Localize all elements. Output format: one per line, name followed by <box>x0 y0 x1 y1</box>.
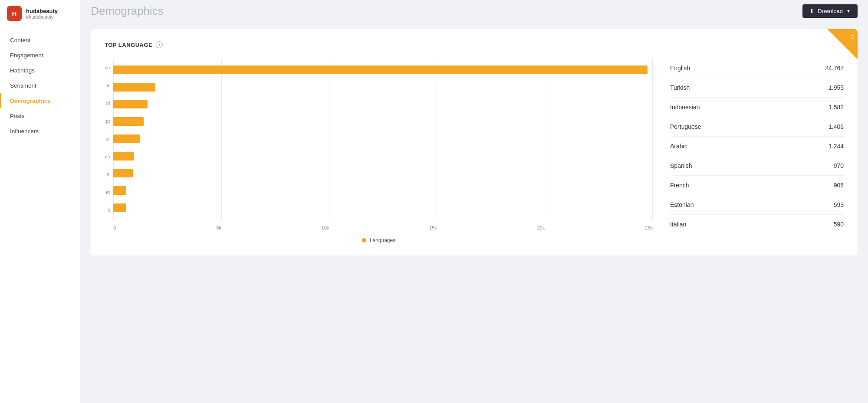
stat-language: Indonesian <box>670 104 700 111</box>
bar-row-id <box>113 98 653 110</box>
stat-row: Indonesian1.582 <box>670 98 844 117</box>
bar-chart: entridptaresfretit 05k10k15 <box>105 59 653 243</box>
y-label-et: et <box>105 190 110 195</box>
stat-language: Estonian <box>670 201 694 208</box>
stat-language: French <box>670 182 689 189</box>
chart-inner: entridptaresfretit 05k10k15 <box>105 59 653 232</box>
x-label-1: 5k <box>216 225 221 230</box>
sidebar-item-influencers[interactable]: Influencers <box>0 124 80 139</box>
sidebar-item-demographics[interactable]: Demographics <box>0 93 80 108</box>
stat-row: French906 <box>670 176 844 195</box>
bars-area: 05k10k15k20k25k <box>113 59 653 232</box>
y-axis: entridptaresfretit <box>105 59 113 232</box>
chevron-down-icon: ▼ <box>846 9 851 13</box>
main-content: Demographics ⬇ Download ▼ ⌕ TOP LANGUAGE… <box>80 0 868 403</box>
bar-pt <box>113 117 144 126</box>
topbar: Demographics ⬇ Download ▼ <box>80 0 868 22</box>
legend-dot <box>362 238 366 242</box>
page-title: Demographics <box>91 4 164 18</box>
stat-row: Portuguese1.406 <box>670 117 844 137</box>
search-icon: ⌕ <box>850 32 855 41</box>
download-label: Download <box>818 8 843 14</box>
bar-en <box>113 66 648 74</box>
bar-it <box>113 203 126 212</box>
stat-row: English24.767 <box>670 59 844 78</box>
y-label-id: id <box>105 101 110 106</box>
x-axis: 05k10k15k20k25k <box>113 219 653 232</box>
bar-et <box>113 186 126 195</box>
stat-row: Spanish970 <box>670 156 844 176</box>
stat-language: Spanish <box>670 162 692 169</box>
y-label-es: es <box>105 154 110 159</box>
x-label-5: 25k <box>645 225 653 230</box>
x-label-0: 0 <box>113 225 116 230</box>
chart-container: entridptaresfretit 05k10k15 <box>105 59 844 243</box>
stat-value: 1.582 <box>829 104 844 111</box>
sidebar-item-hashtags[interactable]: Hashtags <box>0 63 80 78</box>
stat-row: Turkish1.955 <box>670 78 844 98</box>
stat-language: Portuguese <box>670 123 701 130</box>
bars-wrapper <box>113 59 653 219</box>
stat-row: Estonian593 <box>670 195 844 215</box>
bar-row-ar <box>113 133 653 145</box>
y-label-ar: ar <box>105 136 110 141</box>
navigation: ContentEngagementHashtagsSentimentDemogr… <box>0 27 80 403</box>
brand-handle: #hudabeauty <box>26 14 58 20</box>
stat-language: English <box>670 65 690 72</box>
y-label-en: en <box>105 65 110 70</box>
stat-value: 1.244 <box>829 143 844 150</box>
content-area: ⌕ TOP LANGUAGE i entridptaresfretit <box>80 22 868 403</box>
y-label-it: it <box>105 207 110 213</box>
brand-name: hudabeauty <box>26 8 58 14</box>
x-label-3: 15k <box>429 225 437 230</box>
sidebar-item-content[interactable]: Content <box>0 33 80 48</box>
bar-row-pt <box>113 115 653 128</box>
bar-row-it <box>113 202 653 214</box>
top-language-card: ⌕ TOP LANGUAGE i entridptaresfretit <box>91 29 858 256</box>
stat-row: Arabic1.244 <box>670 137 844 156</box>
x-label-4: 20k <box>537 225 545 230</box>
bar-fr <box>113 169 133 177</box>
bar-row-et <box>113 184 653 197</box>
bar-row-tr <box>113 81 653 93</box>
stat-language: Italian <box>670 221 686 228</box>
bar-ar <box>113 134 140 143</box>
brand-header: H hudabeauty #hudabeauty <box>0 0 80 27</box>
bar-id <box>113 100 148 108</box>
y-label-pt: pt <box>105 118 110 124</box>
stat-value: 24.767 <box>825 65 844 72</box>
bar-chart-area: entridptaresfretit 05k10k15 <box>105 59 653 243</box>
bar-es <box>113 152 134 161</box>
stat-value: 970 <box>834 162 844 169</box>
bar-row-en <box>113 64 653 76</box>
stat-language: Arabic <box>670 143 687 150</box>
stat-value: 906 <box>834 182 844 189</box>
x-label-2: 10k <box>322 225 329 230</box>
brand-info: hudabeauty #hudabeauty <box>26 8 58 20</box>
info-icon[interactable]: i <box>156 41 163 48</box>
chart-legend: Languages <box>105 237 653 243</box>
bar-row-es <box>113 150 653 162</box>
stat-value: 1.955 <box>829 84 844 91</box>
sidebar: H hudabeauty #hudabeauty ContentEngageme… <box>0 0 80 403</box>
legend-label: Languages <box>370 237 395 243</box>
stat-language: Turkish <box>670 84 690 91</box>
section-title-text: TOP LANGUAGE <box>105 42 152 48</box>
stats-panel: English24.767Turkish1.955Indonesian1.582… <box>670 59 844 243</box>
stat-value: 593 <box>834 201 844 208</box>
sidebar-item-engagement[interactable]: Engagement <box>0 48 80 63</box>
stat-value: 1.406 <box>829 123 844 130</box>
sidebar-item-posts[interactable]: Posts <box>0 108 80 124</box>
stat-row: Italian590 <box>670 215 844 234</box>
sidebar-item-sentiment[interactable]: Sentiment <box>0 78 80 93</box>
brand-avatar: H <box>7 6 22 21</box>
stat-value: 590 <box>834 221 844 228</box>
bar-tr <box>113 83 155 92</box>
bar-row-fr <box>113 167 653 179</box>
y-label-fr: fr <box>105 172 110 177</box>
y-label-tr: tr <box>105 83 110 88</box>
download-icon: ⬇ <box>809 8 814 14</box>
section-title: TOP LANGUAGE i <box>105 41 844 48</box>
download-button[interactable]: ⬇ Download ▼ <box>802 4 858 18</box>
brand-initial: H <box>12 10 17 17</box>
